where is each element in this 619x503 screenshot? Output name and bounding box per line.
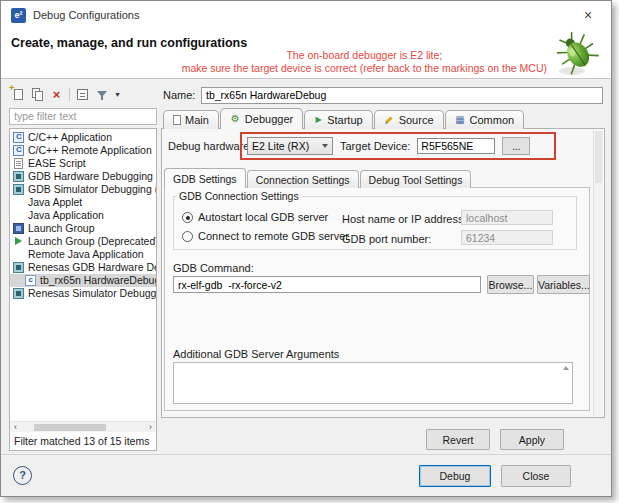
tree-item-remote-java-application[interactable]: Remote Java Application [10, 248, 156, 261]
footer-buttons: Debug Close [419, 465, 571, 487]
warning-text: The on-board debugger is E2 lite; make s… [182, 49, 547, 75]
filter-input[interactable] [9, 108, 157, 125]
target-device-browse-button[interactable]: ... [502, 137, 530, 155]
script-icon [14, 158, 23, 169]
tab-source[interactable]: Source [374, 110, 444, 129]
server-arguments-textarea[interactable] [174, 363, 572, 403]
gdb-connection-settings-group: GDB Connection Settings Autostart local … [173, 190, 577, 250]
menu-caret-icon[interactable]: ▾ [113, 87, 122, 102]
server-arguments-label: Additional GDB Server Arguments [173, 348, 339, 360]
scrollbar-thumb[interactable] [595, 131, 602, 183]
debug-config-icon [13, 184, 24, 195]
configurations-tree: C/C++ Application C/C++ Remote Applicati… [9, 128, 157, 452]
revert-button[interactable]: Revert [426, 429, 490, 450]
tab-label: Startup [327, 114, 362, 126]
cpp-application-icon [13, 145, 24, 156]
variables-button[interactable]: Variables... [537, 275, 590, 294]
scrollbar-thumb[interactable] [34, 424, 106, 431]
close-button[interactable]: Close [501, 465, 571, 487]
tab-connection-settings[interactable]: Connection Settings [247, 170, 359, 188]
port-input [461, 230, 553, 245]
radio-selected-icon[interactable] [182, 212, 193, 223]
close-icon[interactable]: × [579, 6, 597, 24]
chevron-down-icon [322, 144, 328, 148]
tree-item-renesas-gdb-hardware-debugging[interactable]: Renesas GDB Hardware Debug [10, 261, 156, 274]
tree-item-label: Java Applet [28, 196, 82, 208]
tree-item-gdb-simulator-debugging[interactable]: GDB Simulator Debugging (RH [10, 183, 156, 196]
server-arguments-box [173, 362, 573, 404]
warning-line-2: make sure the target device is correct (… [182, 62, 547, 75]
tab-gdb-settings[interactable]: GDB Settings [164, 168, 246, 188]
group-title: GDB Connection Settings [176, 190, 302, 202]
radio-unselected-icon[interactable] [182, 231, 193, 242]
debug-configurations-dialog: e² Debug Configurations × Create, manage… [0, 0, 612, 497]
tree-item-label: EASE Script [28, 157, 86, 169]
tab-debug-tool-settings[interactable]: Debug Tool Settings [360, 170, 472, 188]
tree-item-label: C/C++ Remote Application [28, 144, 152, 156]
tree-item-gdb-hardware-debugging[interactable]: GDB Hardware Debugging [10, 170, 156, 183]
tree-item-java-application[interactable]: Java Application [10, 209, 156, 222]
name-row: Name: [163, 85, 603, 105]
common-table-icon: ▦ [455, 115, 466, 125]
gdb-settings-panel: GDB Connection Settings Autostart local … [164, 187, 590, 411]
debug-button[interactable]: Debug [419, 465, 491, 487]
tree-item-launch-group[interactable]: Launch Group [10, 222, 156, 235]
tree-item-label: Renesas Simulator Debugging [28, 287, 156, 299]
debug-config-icon [13, 171, 24, 182]
play-icon [15, 237, 22, 245]
tab-startup[interactable]: ▶Startup [304, 110, 372, 129]
scroll-up-icon[interactable] [563, 366, 569, 370]
tree-item-label: Remote Java Application [28, 248, 144, 260]
horizontal-scrollbar[interactable]: ‹ › [10, 421, 156, 432]
browse-button[interactable]: Browse... [487, 275, 534, 294]
port-label: GDB port number: [342, 233, 431, 245]
collapse-all-icon[interactable] [75, 87, 90, 102]
tree-item-cpp-remote-application[interactable]: C/C++ Remote Application [10, 144, 156, 157]
new-configuration-icon[interactable]: + [11, 87, 26, 102]
tree-item-label: Java Application [28, 209, 104, 221]
target-device-input[interactable] [417, 138, 495, 154]
target-device-label: Target Device: [340, 140, 410, 152]
tree-item-cpp-application[interactable]: C/C++ Application [10, 131, 156, 144]
delete-icon[interactable]: × [49, 87, 64, 102]
tree-item-renesas-simulator-debugging[interactable]: Renesas Simulator Debugging [10, 287, 156, 300]
filter-icon[interactable] [94, 87, 109, 102]
settings-tabs: GDB Settings Connection Settings Debug T… [164, 168, 472, 188]
name-label: Name: [163, 89, 201, 101]
tree-item-label: GDB Hardware Debugging [28, 170, 153, 182]
source-pencil-icon [384, 114, 395, 126]
launch-group-icon [13, 223, 24, 234]
sidebar-toolbar: + × ▾ [9, 85, 157, 103]
autostart-gdb-radio[interactable]: Autostart local GDB server [182, 211, 328, 223]
filter-box [9, 106, 157, 125]
run-play-icon: ▶ [314, 115, 323, 125]
tree-item-launch-group-deprecated[interactable]: Launch Group (Deprecated) [10, 235, 156, 248]
tree-item-ease-script[interactable]: EASE Script [10, 157, 156, 170]
c-file-icon [25, 275, 36, 286]
gdb-command-input[interactable] [173, 276, 481, 293]
tab-label: GDB Settings [173, 173, 237, 185]
debugger-gear-icon: ⚙ [230, 114, 241, 124]
remote-gdb-radio[interactable]: Connect to remote GDB server [182, 230, 349, 242]
title-bar[interactable]: e² Debug Configurations × [1, 1, 611, 29]
tab-debugger[interactable]: ⚙Debugger [220, 108, 303, 129]
configuration-panel: Name: Main ⚙Debugger ▶Startup Source ▦Co… [161, 85, 605, 451]
debugger-tab-content: Debug hardware: E2 Lite (RX) Target Devi… [161, 128, 605, 418]
debug-hardware-select[interactable]: E2 Lite (RX) [247, 137, 333, 155]
tree-list: C/C++ Application C/C++ Remote Applicati… [10, 131, 156, 422]
page-title: Create, manage, and run configurations [11, 36, 247, 50]
blank-icon [13, 210, 24, 221]
cpp-application-icon [13, 132, 24, 143]
help-button[interactable]: ? [13, 466, 32, 485]
name-input[interactable] [201, 87, 603, 104]
toolbar-divider [69, 88, 70, 101]
tree-item-tb-rx65n-hardwaredebug[interactable]: tb_rx65n HardwareDebug [10, 274, 156, 287]
tree-item-java-applet[interactable]: Java Applet [10, 196, 156, 209]
tree-item-label: Renesas GDB Hardware Debug [28, 261, 156, 273]
tab-common[interactable]: ▦Common [445, 110, 525, 129]
duplicate-icon[interactable] [30, 87, 45, 102]
revert-apply-row: Revert Apply [426, 429, 564, 450]
apply-button[interactable]: Apply [500, 429, 564, 450]
vertical-scrollbar[interactable] [593, 130, 603, 416]
tab-main[interactable]: Main [163, 110, 219, 129]
